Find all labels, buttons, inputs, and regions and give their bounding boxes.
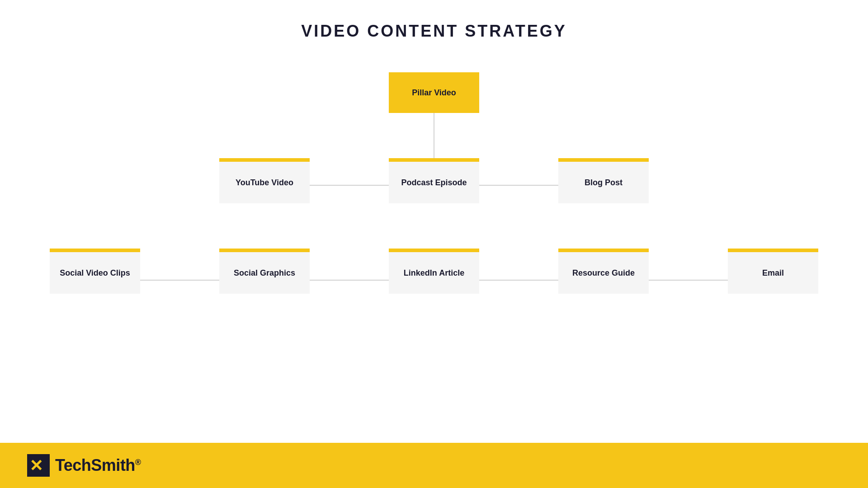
node-email: Email [728,249,818,294]
node-social-graphics: Social Graphics [219,249,310,294]
page-title: VIDEO CONTENT STRATEGY [0,0,868,41]
node-social-video: Social Video Clips [50,249,140,294]
diagram-area: Pillar Video YouTube Video Podcast Episo… [0,59,868,443]
svg-text:✕: ✕ [29,456,43,475]
node-youtube: YouTube Video [219,158,310,203]
node-resource: Resource Guide [558,249,649,294]
node-linkedin: LinkedIn Article [389,249,479,294]
techsmith-logo-icon: ✕ [27,454,50,477]
node-blog: Blog Post [558,158,649,203]
node-pillar: Pillar Video [389,72,479,113]
logo-container: ✕ TechSmith® [27,454,141,477]
logo-text: TechSmith® [55,456,141,475]
bottom-bar: ✕ TechSmith® [0,443,868,488]
node-podcast: Podcast Episode [389,158,479,203]
